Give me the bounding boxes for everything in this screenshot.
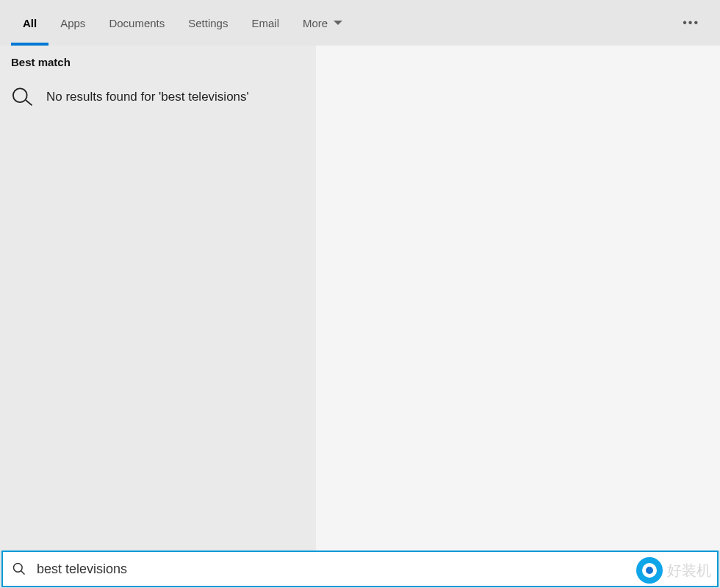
tab-email-label: Email xyxy=(251,17,279,29)
tab-all[interactable]: All xyxy=(11,0,48,46)
tab-email[interactable]: Email xyxy=(240,0,291,46)
search-bar xyxy=(1,551,719,587)
search-icon xyxy=(10,85,35,110)
preview-panel xyxy=(316,46,720,551)
svg-line-3 xyxy=(21,571,25,575)
more-options-button[interactable]: ••• xyxy=(683,16,699,29)
chevron-down-icon xyxy=(334,21,342,25)
tab-all-label: All xyxy=(23,17,37,29)
search-input[interactable] xyxy=(37,562,708,577)
tab-settings[interactable]: Settings xyxy=(176,0,240,46)
svg-line-1 xyxy=(26,99,32,106)
svg-point-2 xyxy=(14,564,23,573)
tabs-bar: All Apps Documents Settings Email More •… xyxy=(0,0,720,46)
search-icon xyxy=(12,562,26,576)
tab-settings-label: Settings xyxy=(188,17,228,29)
results-panel: Best match No results found for 'best te… xyxy=(0,46,316,551)
no-results-text: No results found for 'best televisions' xyxy=(46,90,249,104)
tab-documents-label: Documents xyxy=(109,17,165,29)
tab-more[interactable]: More xyxy=(291,0,354,46)
tab-apps-label: Apps xyxy=(60,17,85,29)
results-section-header: Best match xyxy=(0,56,316,82)
no-results-row: No results found for 'best televisions' xyxy=(0,82,316,112)
content-area: Best match No results found for 'best te… xyxy=(0,46,720,551)
tab-documents[interactable]: Documents xyxy=(97,0,176,46)
tab-apps[interactable]: Apps xyxy=(48,0,97,46)
tab-more-label: More xyxy=(303,17,328,29)
